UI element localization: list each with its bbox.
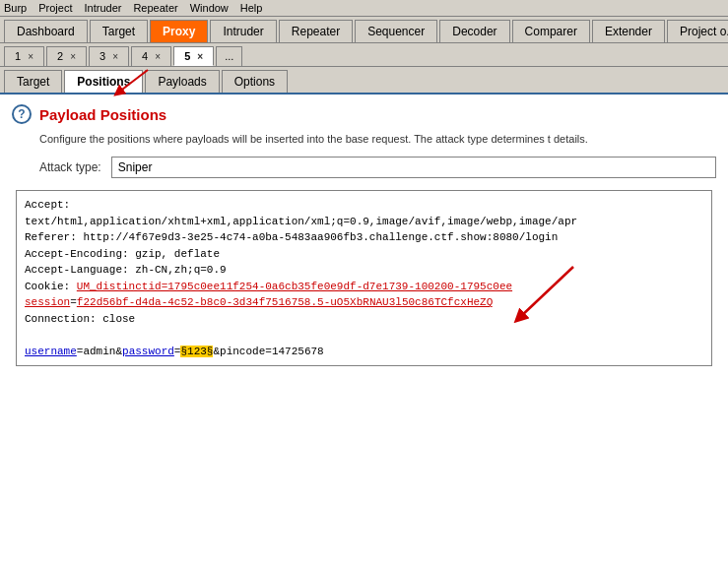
- main-tab-bar: Dashboard Target Proxy Intruder Repeater…: [0, 17, 728, 43]
- tab-more[interactable]: ...: [216, 46, 242, 66]
- section-title: Payload Positions: [39, 106, 166, 123]
- request-line-7: session=f22d56bf-d4da-4c52-b8c0-3d34f751…: [25, 294, 703, 311]
- section-description: Configure the positions where payloads w…: [39, 132, 716, 147]
- menu-burp[interactable]: Burp: [4, 2, 27, 14]
- tab-3[interactable]: 3 ×: [89, 46, 129, 66]
- attack-type-row: Attack type:: [39, 157, 716, 178]
- close-tab-4[interactable]: ×: [155, 51, 161, 62]
- section-header: ? Payload Positions: [12, 104, 716, 124]
- request-area: Accept: text/html,application/xhtml+xml,…: [16, 190, 712, 366]
- request-line-6: Cookie: UM_distinctid=1795c0ee11f254-0a6…: [25, 279, 703, 295]
- tab-intruder[interactable]: Intruder: [210, 20, 276, 42]
- session-key: session: [25, 296, 70, 308]
- sub-tab-payloads[interactable]: Payloads: [145, 70, 219, 93]
- tab-1[interactable]: 1 ×: [4, 46, 44, 66]
- tab-extender[interactable]: Extender: [592, 20, 665, 42]
- request-line-8: Connection: close: [25, 311, 703, 328]
- tab-4[interactable]: 4 ×: [131, 46, 171, 66]
- tab-proxy[interactable]: Proxy: [150, 20, 208, 42]
- number-tab-bar: 1 × 2 × 3 × 4 × 5 × ...: [0, 43, 728, 67]
- menu-window[interactable]: Window: [190, 2, 229, 14]
- request-line-empty: [25, 327, 703, 344]
- menu-help[interactable]: Help: [240, 2, 263, 14]
- attack-type-input[interactable]: [111, 157, 716, 178]
- attack-type-label: Attack type:: [39, 160, 101, 174]
- tab-project-options[interactable]: Project o...: [667, 20, 728, 42]
- sub-tab-options[interactable]: Options: [222, 70, 288, 93]
- request-line-2: text/html,application/xhtml+xml,applicat…: [25, 214, 703, 230]
- cookie-um-value: UM_distinctid=1795c0ee11f254-0a6cb35fe0e…: [77, 281, 512, 292]
- main-content: ? Payload Positions Configure the positi…: [0, 95, 728, 568]
- menu-repeater[interactable]: Repeater: [133, 2, 177, 14]
- request-line-1: Accept:: [25, 197, 703, 214]
- request-line-body: username=admin&password=§123§&pincode=14…: [25, 344, 703, 360]
- help-icon[interactable]: ?: [12, 104, 32, 124]
- tab-5[interactable]: 5 ×: [173, 46, 214, 66]
- session-value: f22d56bf-d4da-4c52-b8c0-3d34f7516758.5-u…: [77, 296, 493, 308]
- close-tab-5[interactable]: ×: [197, 51, 203, 62]
- tab-sequencer[interactable]: Sequencer: [355, 20, 437, 42]
- menu-bar: Burp Project Intruder Repeater Window He…: [0, 0, 728, 17]
- request-line-5: Accept-Language: zh-CN,zh;q=0.9: [25, 262, 703, 279]
- close-tab-1[interactable]: ×: [28, 51, 33, 62]
- password-param: password: [122, 346, 174, 357]
- menu-project[interactable]: Project: [38, 2, 72, 14]
- tab-repeater[interactable]: Repeater: [279, 20, 353, 42]
- close-tab-3[interactable]: ×: [112, 51, 118, 62]
- sub-tab-target[interactable]: Target: [4, 70, 62, 93]
- payload-marker: §123§: [180, 346, 213, 357]
- content-area: ? Payload Positions Configure the positi…: [0, 95, 728, 568]
- request-line-3: Referer: http://4f67e9d3-3e25-4c74-a0ba-…: [25, 229, 703, 246]
- tab-2[interactable]: 2 ×: [46, 46, 87, 66]
- sub-tab-positions[interactable]: Positions: [64, 70, 143, 93]
- tab-decoder[interactable]: Decoder: [439, 20, 509, 42]
- menu-intruder[interactable]: Intruder: [85, 2, 122, 14]
- tab-comparer[interactable]: Comparer: [512, 20, 590, 42]
- sub-tab-bar: Target Positions Payloads Options: [0, 67, 728, 95]
- app-window: Burp Project Intruder Repeater Window He…: [0, 0, 728, 568]
- request-line-4: Accept-Encoding: gzip, deflate: [25, 246, 703, 263]
- tab-dashboard[interactable]: Dashboard: [4, 20, 88, 42]
- tab-target[interactable]: Target: [90, 20, 148, 42]
- username-param: username: [25, 346, 77, 357]
- close-tab-2[interactable]: ×: [70, 51, 76, 62]
